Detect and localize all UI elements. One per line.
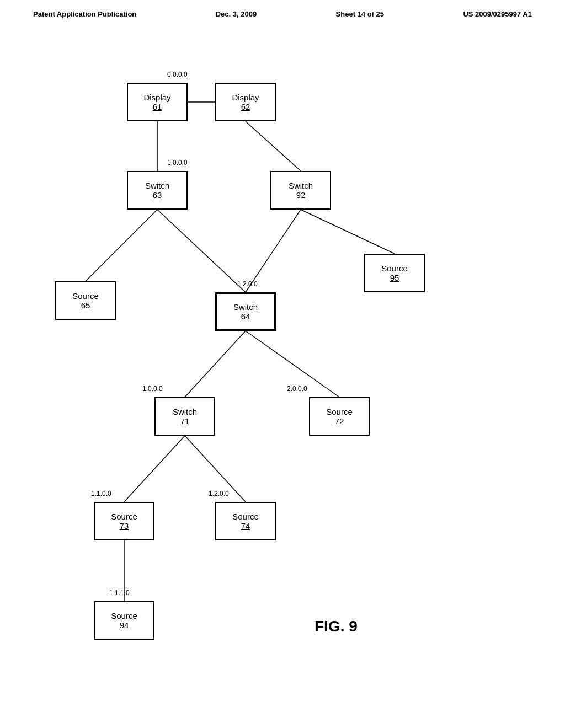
- connection-lines: [0, 33, 565, 728]
- node-switch92: Switch 92: [270, 171, 331, 210]
- node-source94-id: 94: [120, 620, 129, 630]
- node-switch71: Switch 71: [154, 397, 215, 436]
- node-display62-id: 62: [241, 102, 250, 111]
- addr-switch64: 1.2.0.0: [237, 280, 258, 288]
- node-display62: Display 62: [215, 83, 276, 121]
- addr-switch63: 1.0.0.0: [167, 159, 188, 167]
- node-source74: Source 74: [215, 502, 276, 540]
- node-switch71-id: 71: [180, 416, 190, 426]
- node-source95-id: 95: [390, 273, 399, 282]
- node-source74-label: Source: [232, 512, 259, 521]
- header-patent: US 2009/0295997 A1: [463, 10, 532, 18]
- node-switch63-label: Switch: [145, 181, 169, 190]
- svg-line-7: [185, 331, 246, 397]
- node-source73-id: 73: [120, 521, 129, 531]
- addr-source73-left: 1.1.0.0: [91, 490, 111, 497]
- node-source74-id: 74: [241, 521, 250, 531]
- node-display61-id: 61: [153, 102, 162, 111]
- addr-source72-right: 2.0.0.0: [287, 385, 307, 393]
- node-source72-label: Source: [326, 407, 353, 416]
- node-switch64: Switch 64: [215, 292, 276, 331]
- svg-line-5: [301, 210, 395, 254]
- node-source72-id: 72: [335, 416, 344, 426]
- node-source95-label: Source: [381, 264, 408, 273]
- node-source95: Source 95: [364, 254, 425, 292]
- node-source65: Source 65: [55, 281, 116, 320]
- node-switch64-label: Switch: [233, 302, 258, 312]
- page-header: Patent Application Publication Dec. 3, 2…: [0, 0, 565, 18]
- node-switch64-id: 64: [241, 312, 250, 321]
- node-source73: Source 73: [94, 502, 154, 540]
- node-switch92-id: 92: [296, 190, 306, 200]
- node-display62-label: Display: [232, 93, 259, 102]
- node-source73-label: Source: [111, 512, 137, 521]
- node-switch92-label: Switch: [289, 181, 313, 190]
- svg-line-3: [86, 210, 157, 281]
- node-display61-label: Display: [143, 93, 170, 102]
- addr-source94: 1.1.1.0: [109, 589, 130, 597]
- header-sheet: Sheet 14 of 25: [336, 10, 384, 18]
- node-switch63: Switch 63: [127, 171, 188, 210]
- diagram: Display 61 Display 62 0.0.0.0 Switch 63 …: [0, 33, 565, 728]
- svg-line-9: [124, 436, 185, 502]
- node-source65-id: 65: [81, 301, 90, 310]
- node-source94: Source 94: [94, 601, 154, 640]
- addr-top: 0.0.0.0: [167, 71, 188, 78]
- node-source72: Source 72: [309, 397, 370, 436]
- addr-source74-right: 1.2.0.0: [209, 490, 229, 497]
- node-switch63-id: 63: [153, 190, 162, 200]
- node-source65-label: Source: [72, 291, 99, 301]
- svg-line-1: [246, 121, 301, 171]
- addr-switch71-left: 1.0.0.0: [142, 385, 163, 393]
- node-source94-label: Source: [111, 611, 137, 620]
- svg-line-4: [157, 210, 246, 292]
- header-left: Patent Application Publication: [33, 10, 136, 18]
- figure-label: FIG. 9: [315, 618, 358, 635]
- node-display61: Display 61: [127, 83, 188, 121]
- header-middle: Dec. 3, 2009: [216, 10, 257, 18]
- node-switch71-label: Switch: [173, 407, 197, 416]
